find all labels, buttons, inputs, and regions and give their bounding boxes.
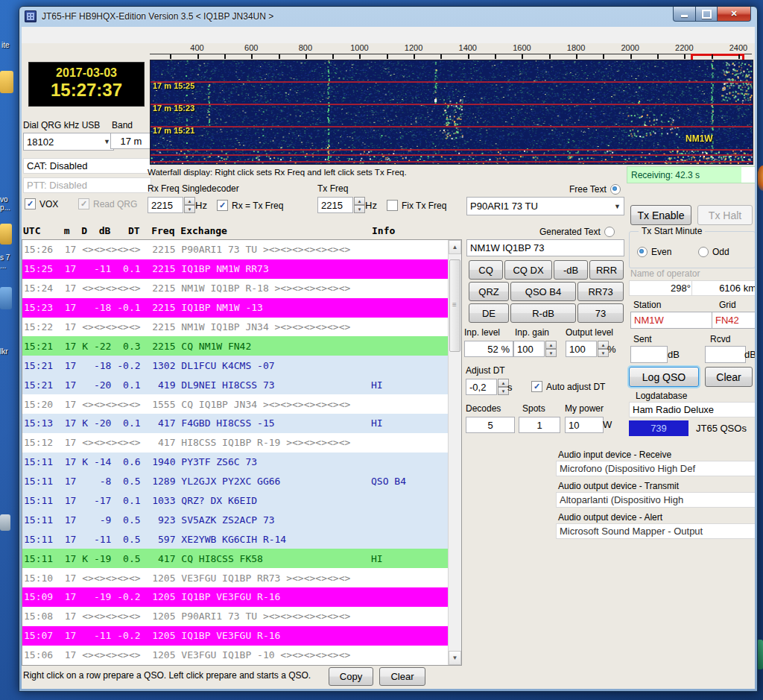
vox-checkbox[interactable]: ✓VOX <box>25 198 58 209</box>
desktop-icon[interactable] <box>0 224 12 245</box>
table-row[interactable]: 15:13 17 K -20 0.1 417 F4GBD HI8CSS -15 … <box>22 414 449 433</box>
generated-text-radio[interactable]: Generated Text <box>539 227 615 237</box>
menu-item[interactable] <box>93 33 105 37</box>
freq-tick <box>332 54 334 59</box>
sent-field[interactable] <box>630 346 668 363</box>
macro-rrr-button[interactable]: RRR <box>589 260 624 280</box>
rx-freq-spinner[interactable]: 2215 ▲▼ <box>148 197 195 213</box>
fix-tx-freq-checkbox[interactable]: Fix Tx Freq <box>387 200 446 211</box>
macro-rr73-button[interactable]: RR73 <box>577 282 624 301</box>
table-row[interactable]: 15:10 17 <><><><><> 1205 VE3FGU IQ1BP RR… <box>22 568 449 587</box>
macro-qrz-button[interactable]: QRZ <box>469 282 509 301</box>
menu-item[interactable] <box>69 33 81 37</box>
macro-rdb-button[interactable]: R-dB <box>510 303 576 323</box>
odd-radio[interactable]: Odd <box>698 247 729 257</box>
footer-clear-button[interactable]: Clear <box>379 667 425 686</box>
spots-value: 1 <box>519 417 560 433</box>
rx-equals-tx-checkbox[interactable]: ✓Rx = Tx Freq <box>217 200 283 211</box>
bearing-value: 298° <box>629 280 694 296</box>
tx-freq-unit: Hz <box>365 200 377 211</box>
table-row[interactable]: 15:07 17 -11 -0.2 1205 IQ1BP VE3FGU R-16 <box>22 626 449 646</box>
minimize-button[interactable] <box>673 7 696 22</box>
desktop-icon[interactable] <box>0 287 12 309</box>
rcvd-field[interactable] <box>705 346 746 363</box>
window-title: JT65-HF HB9HQX-Edition Version 3.5 < IQ1… <box>42 11 273 22</box>
auto-adjust-dt-checkbox[interactable]: ✓Auto adjust DT <box>531 381 605 392</box>
copy-button[interactable]: Copy <box>329 667 373 686</box>
generated-text-field[interactable]: NM1W IQ1BP 73 <box>466 239 624 256</box>
table-row[interactable]: 15:11 17 -9 0.5 923 SV5AZK ZS2ACP 73 <box>22 510 449 529</box>
free-text-select[interactable]: P90ARI1 73 TU▼ <box>466 197 624 215</box>
menu-item[interactable] <box>34 33 45 37</box>
log-qso-button[interactable]: Log QSO <box>629 367 699 387</box>
table-row[interactable]: 15:06 17 <><><><><> 1205 VE3FGU IQ1BP -1… <box>22 646 449 665</box>
table-row[interactable]: 15:11 17 K -19 0.5 417 CQ HI8CSS FK58 HI <box>22 549 449 568</box>
macro-73-button[interactable]: 73 <box>577 303 624 323</box>
macro-de-button[interactable]: DE <box>469 303 509 323</box>
menu-item[interactable] <box>45 33 57 37</box>
freq-tick <box>712 54 713 59</box>
maximize-icon <box>702 10 712 19</box>
freq-tick <box>495 54 496 59</box>
read-qrg-checkbox[interactable]: ✓Read QRG <box>78 198 137 209</box>
scrollbar-thumb[interactable] <box>449 259 460 352</box>
table-row[interactable]: 15:24 17 <><><><><> 2215 NM1W IQ1BP R-18… <box>22 279 449 298</box>
maximize-button[interactable] <box>696 7 718 22</box>
table-row[interactable]: 15:21 17 K -22 0.3 2215 CQ NM1W FN42 <box>22 336 449 356</box>
distance-value: 6106 km <box>691 280 755 296</box>
macro-cqdx-button[interactable]: CQ DX <box>504 260 552 280</box>
desktop-icon[interactable] <box>757 165 763 191</box>
menu-item[interactable] <box>57 33 69 37</box>
sent-label: Sent <box>633 334 652 344</box>
frequency-scale[interactable]: 4006008001000120014001600180020002200240… <box>150 43 752 60</box>
qso-clear-button[interactable]: Clear <box>705 367 753 387</box>
titlebar[interactable]: JT65-HF HB9HQX-Edition Version 3.5 < IQ1… <box>19 7 757 27</box>
desktop-icon[interactable] <box>757 640 763 669</box>
output-level-spinner[interactable]: 100 ▲▼ <box>566 341 609 357</box>
desktop-icon[interactable] <box>0 514 10 531</box>
menu-item[interactable] <box>117 33 129 37</box>
table-row[interactable]: 15:11 17 -11 0.5 597 XE2YWB KG6CIH R-14 <box>22 529 449 549</box>
free-text-radio[interactable]: Free Text <box>569 184 621 195</box>
table-row[interactable]: 15:25 17 -11 0.1 2215 IQ1BP NM1W RR73 <box>22 259 449 279</box>
scroll-up-icon[interactable]: ▲ <box>449 240 461 254</box>
dial-qrg-select[interactable]: 18102▼ <box>23 133 114 151</box>
table-row[interactable]: 15:22 17 <><><><><> 2215 NM1W IQ1BP JN34… <box>22 318 449 337</box>
table-row[interactable]: 15:11 17 -8 0.5 1289 YL2GJX PY2XC GG66 Q… <box>22 472 449 491</box>
even-radio[interactable]: Even <box>637 247 671 257</box>
decode-table[interactable]: 15:26 17 <><><><><> 2215 P90ARI1 73 TU >… <box>22 239 462 666</box>
waterfall-time-label: 17 m 15:21 <box>153 126 194 135</box>
my-power-field[interactable]: 10 <box>565 417 604 433</box>
table-row[interactable]: 15:23 17 -18 -0.1 2215 IQ1BP NM1W -13 <box>22 298 449 318</box>
table-row[interactable]: 15:08 17 <><><><><> 1205 P90ARI1 73 TU >… <box>22 607 449 626</box>
menu-item[interactable] <box>22 33 34 37</box>
grid-field[interactable]: FN42 <box>712 312 755 329</box>
table-row[interactable]: 15:11 17 -17 0.1 1033 QRZ? DX K6EID <box>22 491 449 511</box>
table-row[interactable]: 15:12 17 <><><><><> 417 HI8CSS IQ1BP R-1… <box>22 433 449 453</box>
macro-cq-button[interactable]: CQ <box>469 260 503 280</box>
table-scrollbar[interactable]: ▲ ▼ <box>448 240 461 665</box>
adjust-dt-spinner[interactable]: -0,2 ▲▼ <box>466 379 509 395</box>
inp-gain-spinner[interactable]: 100 ▲▼ <box>513 341 557 357</box>
scroll-down-icon[interactable]: ▼ <box>449 651 461 665</box>
tx-halt-button[interactable]: Tx Halt <box>697 205 753 225</box>
table-row[interactable]: 15:21 17 -20 0.1 419 DL9NEI HI8CSS 73 HI <box>22 375 449 394</box>
waterfall-display[interactable]: 17 m 15:25 17 m 15:23 17 m 15:21 NM1W <box>150 60 753 165</box>
table-row[interactable]: 15:21 17 -18 -0.2 1302 DL1FCU K4CMS -07 <box>22 356 449 375</box>
waterfall-canvas[interactable] <box>151 60 753 164</box>
tx-freq-spinner[interactable]: 2215 ▲▼ <box>317 197 365 213</box>
table-row[interactable]: 15:26 17 <><><><><> 2215 P90ARI1 73 TU >… <box>22 240 449 259</box>
table-row[interactable]: 15:20 17 <><><><><> 1555 CQ IQ1BP JN34 >… <box>22 394 449 414</box>
close-button[interactable]: ✕ <box>718 7 751 22</box>
macro-qsob4-button[interactable]: QSO B4 <box>510 282 576 301</box>
table-row[interactable]: 15:11 17 K -14 0.6 1940 PY3TF ZS6C 73 <box>22 453 449 472</box>
macro-db-button[interactable]: -dB <box>554 260 588 280</box>
clock-time: 15:27:37 <box>29 80 144 101</box>
station-field[interactable]: NM1W <box>630 312 712 329</box>
desktop-icon[interactable] <box>0 71 13 93</box>
menu-item[interactable] <box>105 33 117 37</box>
table-row[interactable]: 15:09 17 -19 -0.2 1205 IQ1BP VE3FGU R-16 <box>22 587 449 607</box>
menu-item[interactable] <box>81 33 93 37</box>
band-field[interactable]: 17 m <box>110 133 152 149</box>
tx-enable-button[interactable]: Tx Enable <box>630 205 691 225</box>
